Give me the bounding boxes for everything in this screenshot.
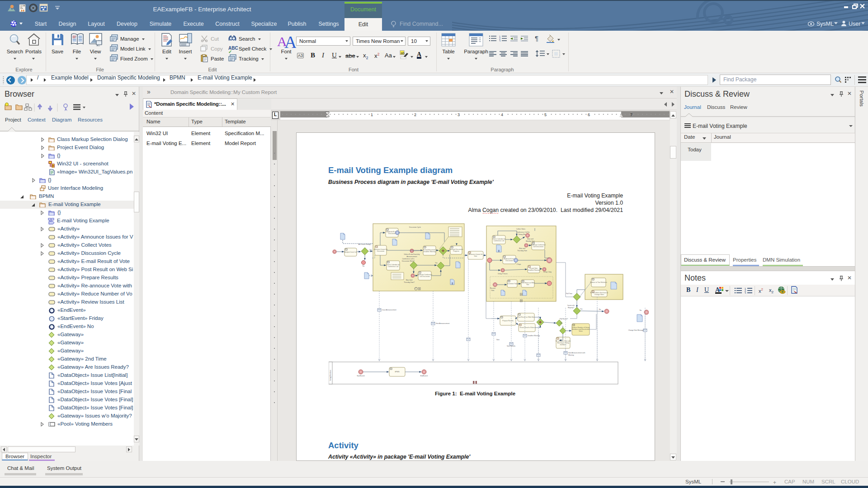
svg-text:EndEvent1: EndEvent1: [420, 375, 428, 377]
svg-text:Unless E-mail Inactivity: Unless E-mail Inactivity: [404, 253, 420, 255]
svg-text:Deadline Warning: Deadline Warning: [424, 251, 436, 253]
svg-text:Site: Site: [527, 284, 529, 286]
svg-text:Wait until: Wait until: [519, 248, 525, 249]
svg-text:Vote Results: Vote Results: [507, 345, 515, 347]
svg-text:No: No: [640, 310, 642, 311]
svg-text:E-mail Result of Vote: E-mail Result of Vote: [520, 327, 534, 328]
svg-text:Receive: Receive: [490, 287, 495, 289]
svg-text:Wait until: Wait until: [527, 238, 533, 240]
svg-text:Analyse Issue List: Analyse Issue List: [344, 251, 357, 253]
svg-text:Votes: Votes: [579, 330, 583, 332]
svg-text:Yes: Yes: [435, 262, 438, 264]
svg-text:Vote: Vote: [491, 290, 495, 291]
svg-text:Delay X hours: Delay X hours: [498, 273, 508, 275]
svg-text:Vote Announcement with: Vote Announcement with: [568, 352, 585, 354]
svg-text:Poll Result?: Poll Result?: [560, 318, 568, 320]
svg-text:A: A: [284, 33, 296, 49]
svg-text:Conference call is: Conference call is: [402, 258, 415, 260]
svg-text:Discussion: Discussion: [388, 233, 396, 235]
svg-text:Call Discussion: Call Discussion: [533, 246, 543, 248]
svg-text:Conference call: Conference call: [494, 240, 505, 242]
svg-text:Deadline Nearing: Deadline Nearing: [528, 269, 539, 271]
svg-text:Conference call: Conference call: [388, 266, 399, 267]
svg-text:Poll Time: Poll Time: [566, 293, 572, 295]
svg-text:# Days: # Days: [516, 263, 521, 265]
svg-text:Majority?: Majority?: [568, 307, 574, 309]
svg-text:Discussion Cycle: Discussion Cycle: [409, 226, 421, 228]
svg-text:Change Votes: Change Votes: [594, 294, 604, 296]
svg-text:Issues w/o: Issues w/o: [567, 305, 575, 306]
svg-text:Reduce to Two Solutions: Reduce to Two Solutions: [590, 282, 607, 283]
svg-text:3: 3: [745, 292, 746, 294]
svg-text:Voting Members: Voting Members: [330, 370, 331, 381]
svg-text:Announcement: Announcement: [407, 256, 417, 258]
svg-text:Collect Votes: Collect Votes: [516, 228, 525, 230]
svg-text:Vote Announcement: Vote Announcement: [436, 323, 449, 324]
svg-text:Issue Announcement: Issue Announcement: [382, 309, 396, 311]
svg-text:3: 3: [499, 40, 500, 42]
svg-text:Warning: Warning: [568, 354, 574, 356]
svg-text:ab: ab: [401, 51, 405, 55]
svg-text:Deadline Warning: Deadline Warning: [528, 335, 540, 337]
svg-text:Yes: Yes: [580, 308, 583, 310]
svg-text:Vote: Vote: [496, 339, 500, 341]
svg-text:Thursday 9am: Thursday 9am: [517, 250, 527, 252]
svg-text:Increment Tally: Increment Tally: [507, 283, 518, 285]
svg-text:Change Vote Message: Change Vote Message: [628, 329, 644, 331]
svg-text:StartEvent1: StartEvent1: [357, 375, 365, 377]
svg-text:No: No: [363, 265, 364, 267]
svg-text:Wait Until: Wait Until: [406, 279, 413, 281]
svg-text:Are Issues Ready?: Are Issues Ready?: [359, 244, 372, 245]
svg-text:Discussion: Discussion: [505, 260, 513, 262]
svg-text:Progress: Progress: [453, 250, 459, 252]
svg-text:No: No: [599, 309, 601, 310]
svg-text:Prepare Results: Prepare Results: [502, 320, 514, 322]
svg-text:Delay 1 day: Delay 1 day: [543, 271, 552, 273]
svg-text:Post Result on Web Site: Post Result on Web Site: [518, 316, 534, 318]
svg-text:Thursday 9am?: Thursday 9am?: [404, 282, 415, 283]
svg-text:BPMN: BPMN: [395, 371, 400, 373]
svg-text:Discussion: Discussion: [377, 250, 385, 252]
svg-text:Discussion Week?: Discussion Week?: [402, 260, 415, 262]
svg-text:call Discussion: call Discussion: [420, 276, 430, 277]
svg-text:Conference Call for: Conference Call for: [516, 231, 530, 233]
svg-text:Vote: Vote: [474, 255, 477, 257]
